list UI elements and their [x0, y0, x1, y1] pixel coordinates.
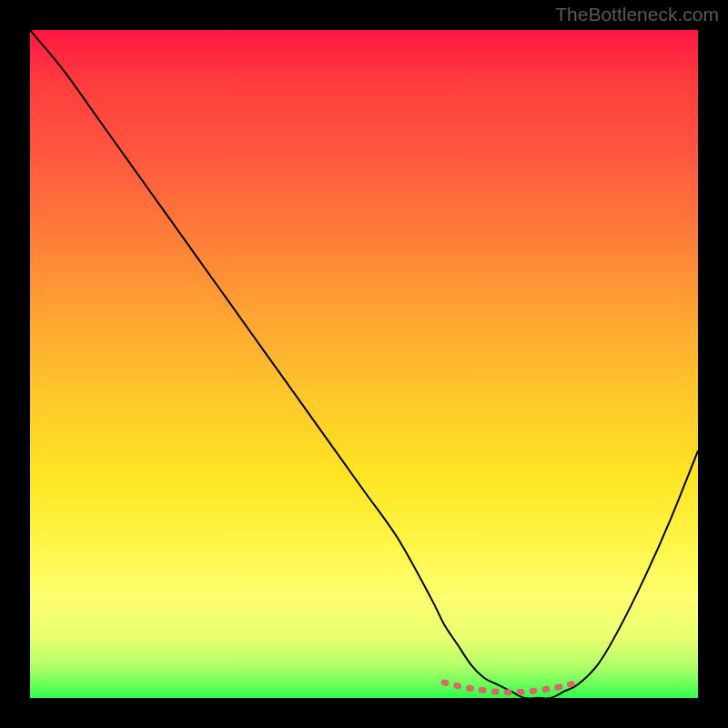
bottleneck-curve	[30, 30, 698, 699]
chart-plot-area	[30, 30, 698, 698]
valley-marker	[444, 682, 578, 693]
chart-svg	[30, 30, 698, 698]
attribution-text: TheBottleneck.com	[555, 4, 719, 25]
